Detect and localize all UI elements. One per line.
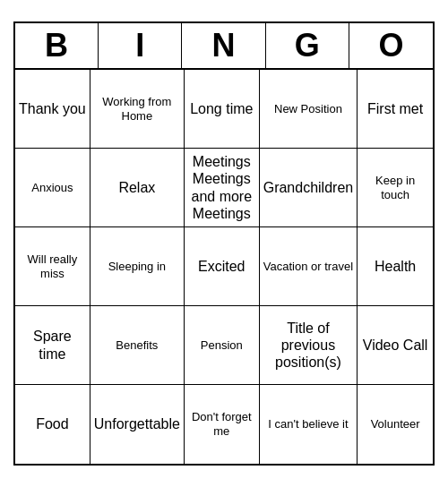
bingo-header-cell: I	[99, 23, 182, 68]
bingo-cell-text: Relax	[118, 179, 155, 196]
bingo-cell: Thank you	[15, 70, 90, 149]
bingo-header-cell: O	[349, 23, 433, 68]
bingo-cell: New Position	[260, 70, 358, 149]
bingo-cell: Sleeping in	[90, 227, 185, 306]
bingo-cell-text: Unforgettable	[94, 415, 180, 432]
bingo-cell-text: Food	[36, 415, 68, 432]
bingo-cell: Grandchildren	[260, 149, 358, 227]
bingo-cell: Don't forget me	[185, 385, 260, 464]
bingo-cell: Keep in touch	[358, 149, 433, 227]
bingo-cell-text: Grandchildren	[263, 179, 354, 196]
bingo-cell: Volunteer	[358, 385, 433, 464]
bingo-cell-text: Spare time	[19, 328, 86, 362]
bingo-cell: Food	[15, 385, 90, 464]
bingo-cell: Meetings Meetings and more Meetings	[185, 149, 260, 227]
bingo-cell-text: Anxious	[31, 181, 73, 195]
bingo-cell: Benefits	[90, 306, 185, 385]
bingo-header: BINGO	[15, 23, 433, 70]
bingo-cell: I can't believe it	[260, 385, 358, 464]
bingo-cell-text: Excited	[198, 258, 245, 275]
bingo-cell-text: Title of previous position(s)	[263, 320, 354, 372]
bingo-grid: Thank youWorking from HomeLong timeNew P…	[15, 70, 433, 464]
bingo-cell-text: Long time	[190, 100, 253, 117]
bingo-cell: Long time	[185, 70, 260, 149]
bingo-cell: Unforgettable	[90, 385, 185, 464]
bingo-cell: Pension	[185, 306, 260, 385]
bingo-cell-text: New Position	[274, 102, 342, 116]
bingo-cell-text: Will really miss	[19, 252, 86, 280]
bingo-cell-text: Working from Home	[94, 95, 180, 123]
bingo-header-cell: G	[266, 23, 349, 68]
bingo-cell-text: Thank you	[19, 100, 86, 117]
bingo-cell-text: Sleeping in	[108, 260, 166, 274]
bingo-cell-text: Don't forget me	[188, 410, 255, 438]
bingo-cell: Anxious	[15, 149, 90, 227]
bingo-board: BINGO Thank youWorking from HomeLong tim…	[13, 21, 435, 466]
bingo-cell-text: Keep in touch	[361, 174, 429, 201]
bingo-cell-text: Volunteer	[371, 417, 420, 431]
bingo-cell: Vacation or travel	[260, 227, 358, 306]
bingo-cell: Video Call	[358, 306, 433, 385]
bingo-cell-text: Benefits	[116, 338, 158, 353]
bingo-cell: Relax	[90, 149, 185, 227]
bingo-cell: Will really miss	[15, 227, 90, 306]
bingo-header-cell: N	[182, 23, 265, 68]
bingo-cell: Title of previous position(s)	[260, 306, 358, 385]
bingo-cell-text: Video Call	[363, 337, 428, 354]
bingo-cell-text: First met	[367, 100, 423, 117]
bingo-cell: Spare time	[15, 306, 90, 385]
bingo-cell: Excited	[185, 227, 260, 306]
bingo-cell-text: I can't believe it	[268, 417, 348, 431]
bingo-cell-text: Meetings Meetings and more Meetings	[188, 153, 255, 222]
bingo-cell: Health	[358, 227, 433, 306]
bingo-cell: Working from Home	[90, 70, 185, 149]
bingo-cell-text: Vacation or travel	[263, 260, 353, 274]
bingo-cell: First met	[358, 70, 433, 149]
bingo-header-cell: B	[15, 23, 99, 68]
bingo-cell-text: Health	[375, 258, 416, 275]
bingo-cell-text: Pension	[201, 338, 243, 353]
